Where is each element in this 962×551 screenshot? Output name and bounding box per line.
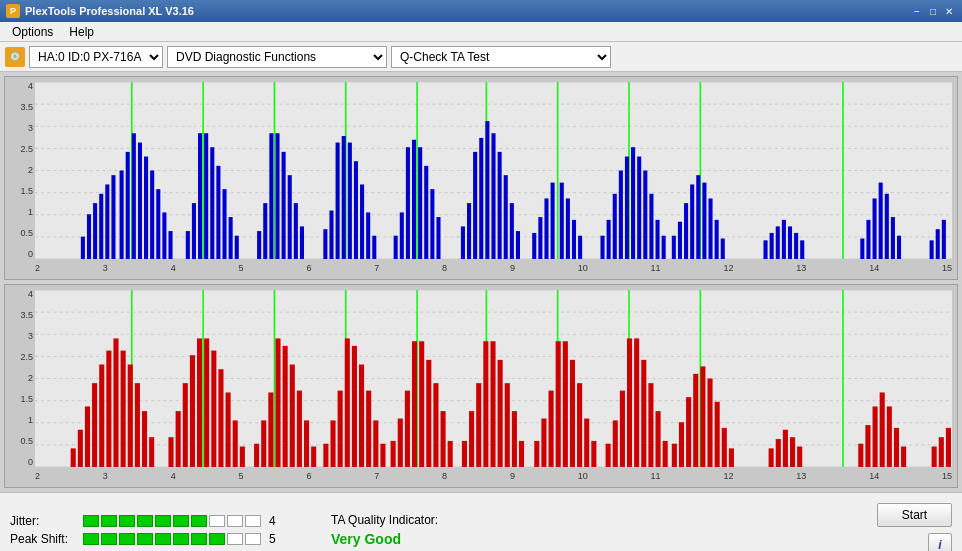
svg-rect-132: [71, 448, 76, 467]
svg-rect-212: [634, 338, 639, 467]
svg-rect-110: [794, 233, 798, 259]
menu-help[interactable]: Help: [61, 23, 102, 41]
svg-rect-160: [268, 392, 273, 467]
info-button[interactable]: i: [928, 533, 952, 551]
svg-rect-154: [226, 392, 231, 467]
svg-rect-165: [304, 420, 309, 467]
jitter-seg-2: [101, 515, 117, 527]
svg-rect-147: [176, 411, 181, 467]
test-dropdown[interactable]: Q-Check TA Test: [391, 46, 611, 68]
bottom-chart-x-axis: 2 3 4 5 6 7 8 9 10 11 12 13 14 15: [35, 467, 952, 487]
svg-rect-11: [93, 203, 97, 259]
jitter-progress: [83, 515, 261, 527]
svg-rect-19: [138, 143, 142, 259]
svg-rect-64: [461, 226, 465, 259]
svg-rect-220: [686, 397, 691, 467]
function-dropdown[interactable]: DVD Diagnostic Functions: [167, 46, 387, 68]
svg-rect-56: [400, 212, 404, 259]
svg-rect-215: [656, 411, 661, 467]
svg-rect-182: [419, 341, 424, 467]
svg-rect-188: [462, 441, 467, 467]
svg-rect-169: [330, 420, 335, 467]
svg-rect-166: [311, 447, 316, 467]
svg-rect-120: [930, 240, 934, 259]
svg-rect-49: [348, 143, 352, 259]
ps-seg-10: [245, 533, 261, 545]
svg-rect-40: [282, 152, 286, 259]
jitter-seg-6: [173, 515, 189, 527]
svg-rect-135: [92, 383, 97, 467]
svg-rect-185: [441, 411, 446, 467]
svg-rect-39: [275, 133, 279, 259]
menu-options[interactable]: Options: [4, 23, 61, 41]
svg-rect-79: [560, 183, 564, 259]
svg-rect-206: [591, 441, 596, 467]
svg-rect-117: [885, 194, 889, 259]
svg-rect-149: [190, 355, 195, 467]
svg-rect-221: [693, 374, 698, 467]
svg-rect-87: [619, 171, 623, 260]
quality-section: TA Quality Indicator: Very Good: [331, 513, 438, 547]
svg-rect-222: [700, 366, 705, 467]
svg-rect-62: [436, 217, 440, 259]
maximize-button[interactable]: □: [926, 4, 940, 18]
svg-rect-46: [329, 211, 333, 259]
svg-rect-122: [942, 220, 946, 259]
jitter-value: 4: [269, 514, 281, 528]
svg-rect-58: [412, 140, 416, 259]
ps-seg-4: [137, 533, 153, 545]
svg-rect-70: [498, 152, 502, 259]
svg-rect-10: [87, 214, 91, 259]
svg-rect-94: [662, 236, 666, 259]
svg-rect-28: [198, 133, 202, 259]
svg-rect-159: [261, 420, 266, 467]
svg-rect-80: [566, 198, 570, 259]
svg-rect-118: [891, 217, 895, 259]
svg-rect-36: [257, 231, 261, 259]
svg-rect-60: [424, 166, 428, 259]
metrics-section: Jitter: 4 Peak Shift:: [10, 514, 281, 546]
jitter-seg-10: [245, 515, 261, 527]
svg-rect-209: [613, 420, 618, 467]
close-button[interactable]: ✕: [942, 4, 956, 18]
svg-rect-22: [156, 189, 160, 259]
svg-rect-163: [290, 365, 295, 467]
svg-rect-113: [860, 239, 864, 259]
svg-rect-227: [769, 448, 774, 467]
svg-rect-134: [85, 406, 90, 467]
svg-rect-156: [240, 447, 245, 467]
title-bar-controls: − □ ✕: [910, 4, 956, 18]
svg-rect-84: [600, 236, 604, 259]
svg-rect-30: [210, 147, 214, 259]
svg-rect-194: [505, 383, 510, 467]
svg-rect-146: [168, 437, 173, 467]
svg-rect-142: [135, 383, 140, 467]
svg-rect-240: [932, 447, 937, 467]
svg-rect-151: [204, 338, 209, 467]
svg-rect-65: [467, 203, 471, 259]
svg-rect-205: [584, 419, 589, 467]
svg-rect-173: [359, 365, 364, 467]
title-bar: P PlexTools Professional XL V3.16 − □ ✕: [0, 0, 962, 22]
start-button[interactable]: Start: [877, 503, 952, 527]
svg-rect-155: [233, 420, 238, 467]
svg-rect-186: [448, 441, 453, 467]
ps-seg-9: [227, 533, 243, 545]
minimize-button[interactable]: −: [910, 4, 924, 18]
svg-rect-31: [216, 166, 220, 259]
ps-seg-8: [209, 533, 225, 545]
top-chart-x-axis: 2 3 4 5 6 7 8 9 10 11 12 13 14 15: [35, 259, 952, 279]
svg-rect-27: [192, 203, 196, 259]
bottom-chart-panel: 4 3.5 3 2.5 2 1.5 1 0.5 0: [4, 284, 958, 488]
quality-value: Very Good: [331, 531, 438, 547]
svg-rect-34: [235, 236, 239, 259]
svg-rect-41: [288, 175, 292, 259]
svg-rect-90: [637, 157, 641, 259]
drive-dropdown[interactable]: HA:0 ID:0 PX-716A: [29, 46, 163, 68]
ps-seg-1: [83, 533, 99, 545]
svg-rect-224: [715, 402, 720, 467]
svg-rect-68: [485, 121, 489, 259]
svg-rect-96: [672, 236, 676, 259]
window-title: PlexTools Professional XL V3.16: [25, 5, 194, 17]
svg-rect-158: [254, 444, 259, 467]
